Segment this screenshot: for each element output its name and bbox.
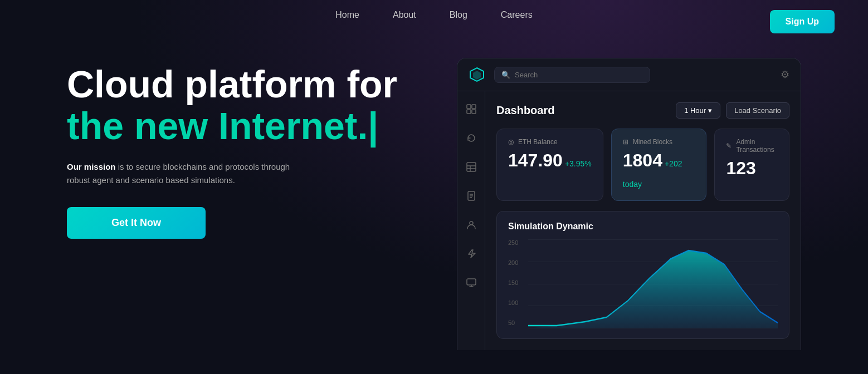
- chart-y-labels: 250 200 150 100 50: [508, 239, 518, 328]
- nav-about[interactable]: About: [393, 10, 416, 20]
- svg-rect-4: [467, 110, 471, 114]
- admin-icon: ✎: [726, 142, 732, 150]
- panel-content: Dashboard 1 Hour ▾ Load Scenario ◎: [485, 91, 801, 350]
- dashboard-panel: 🔍 ⚙: [457, 58, 801, 350]
- nav-home[interactable]: Home: [335, 10, 359, 20]
- eth-balance-value: 147.90+3.95%: [508, 150, 592, 171]
- nav-careers[interactable]: Careers: [501, 10, 533, 20]
- chart-label-250: 250: [508, 239, 518, 246]
- admin-transactions-value: 123: [726, 158, 778, 179]
- admin-transactions-card: ✎ Admin Transactions 123: [714, 129, 789, 201]
- svg-rect-15: [467, 279, 476, 285]
- chart-svg: [528, 239, 778, 328]
- chart-area: [528, 239, 778, 328]
- svg-point-14: [470, 222, 473, 225]
- hero-section: Cloud platform for the new Internet.| Ou…: [0, 30, 868, 350]
- chart-label-150: 150: [508, 279, 518, 286]
- svg-rect-3: [472, 105, 476, 109]
- search-box[interactable]: 🔍: [494, 67, 650, 83]
- dashboard-controls: 1 Hour ▾ Load Scenario: [676, 102, 789, 119]
- load-scenario-button[interactable]: Load Scenario: [726, 102, 789, 119]
- sidebar-icon-person[interactable]: [462, 216, 480, 234]
- nav-links: Home About Blog Careers: [335, 10, 532, 20]
- search-input[interactable]: [515, 71, 643, 79]
- chart-label-100: 100: [508, 299, 518, 306]
- hour-label: 1 Hour: [684, 106, 706, 115]
- sidebar-icon-table[interactable]: [462, 158, 480, 176]
- sidebar-icon-refresh[interactable]: [462, 129, 480, 147]
- nav-blog[interactable]: Blog: [450, 10, 467, 20]
- chart-label-50: 50: [508, 319, 518, 326]
- sidebar-icon-doc[interactable]: [462, 187, 480, 205]
- blocks-icon: ⊞: [623, 138, 628, 146]
- eth-balance-card: ◎ ETH Balance 147.90+3.95%: [496, 129, 603, 201]
- cta-button[interactable]: Get It Now: [67, 207, 206, 239]
- signup-button[interactable]: Sign Up: [770, 10, 835, 33]
- dashboard-title: Dashboard: [496, 104, 554, 117]
- gear-icon[interactable]: ⚙: [781, 68, 789, 81]
- sidebar-icon-grid[interactable]: [462, 100, 480, 118]
- hero-text: Cloud platform for the new Internet.| Ou…: [67, 52, 412, 239]
- mined-blocks-label: ⊞ Mined Blocks: [623, 138, 695, 146]
- chevron-down-icon: ▾: [708, 106, 712, 115]
- simulation-section: Simulation Dynamic 250 200 150 100 50: [496, 211, 789, 339]
- svg-marker-1: [473, 71, 481, 80]
- hero-subtitle: Our mission is to secure blockchains and…: [67, 160, 312, 187]
- panel-topbar: 🔍 ⚙: [457, 58, 801, 91]
- hero-title: Cloud platform for the new Internet.|: [67, 63, 412, 147]
- admin-transactions-label: ✎ Admin Transactions: [726, 138, 778, 154]
- navbar: Home About Blog Careers Sign Up: [0, 0, 868, 30]
- search-icon: 🔍: [501, 71, 510, 79]
- dashboard-header-row: Dashboard 1 Hour ▾ Load Scenario: [496, 102, 789, 119]
- mined-blocks-value: 1804+202 today: [623, 150, 695, 191]
- chart-label-200: 200: [508, 259, 518, 266]
- panel-body: Dashboard 1 Hour ▾ Load Scenario ◎: [457, 91, 801, 350]
- sidebar-icon-lightning[interactable]: [462, 245, 480, 263]
- panel-logo-icon: [469, 66, 485, 83]
- svg-rect-6: [467, 163, 476, 171]
- simulation-title: Simulation Dynamic: [508, 222, 778, 232]
- eth-icon: ◎: [508, 138, 514, 146]
- stat-cards: ◎ ETH Balance 147.90+3.95% ⊞ Mined Block…: [496, 129, 789, 201]
- svg-rect-5: [472, 110, 476, 114]
- svg-rect-2: [467, 105, 471, 109]
- eth-balance-label: ◎ ETH Balance: [508, 138, 592, 146]
- simulation-chart: 250 200 150 100 50: [508, 239, 778, 328]
- mined-blocks-card: ⊞ Mined Blocks 1804+202 today: [611, 129, 707, 201]
- sidebar-icon-monitor[interactable]: [462, 274, 480, 292]
- hour-selector-button[interactable]: 1 Hour ▾: [676, 102, 720, 119]
- sidebar: [457, 91, 485, 350]
